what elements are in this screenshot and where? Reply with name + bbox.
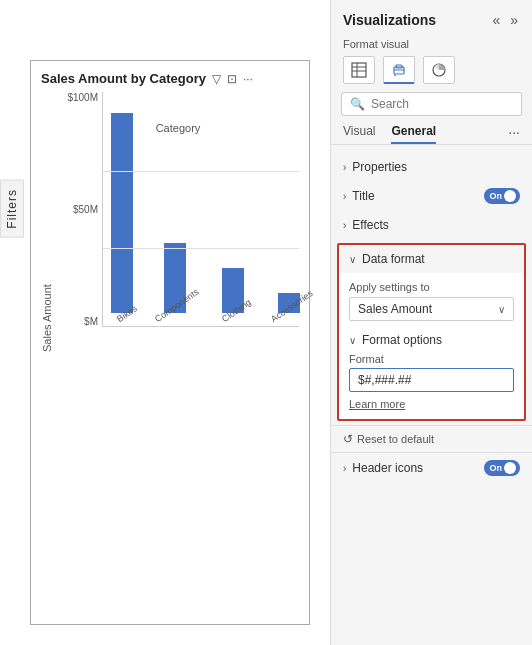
reset-label: Reset to default xyxy=(357,433,434,445)
title-toggle-label: On xyxy=(490,191,503,201)
panel-header: Visualizations « » xyxy=(331,0,532,36)
format-paint-icon[interactable] xyxy=(383,56,415,84)
grid-line-top xyxy=(103,171,299,172)
bar-bikes xyxy=(111,113,133,313)
section-effects-label: Effects xyxy=(352,218,388,232)
title-toggle-circle xyxy=(504,190,516,202)
grid-line-mid xyxy=(103,248,299,249)
filter-icon[interactable]: ▽ xyxy=(212,72,221,86)
right-panel: Visualizations « » Format visual xyxy=(330,0,532,645)
tab-more-button[interactable]: ··· xyxy=(508,124,520,144)
chevron-format-options-icon: ∨ xyxy=(349,335,356,346)
y-axis-label: Sales Amount xyxy=(41,92,53,352)
panel-content: › Properties › Title On › Effects ∨ Data… xyxy=(331,149,532,645)
reset-icon: ↺ xyxy=(343,432,353,446)
data-format-label: Data format xyxy=(362,252,425,266)
y-tick-100m: $100M xyxy=(57,92,102,103)
reset-to-default-row[interactable]: ↺ Reset to default xyxy=(331,425,532,452)
tab-general[interactable]: General xyxy=(391,124,436,144)
format-tabs-row xyxy=(331,56,532,92)
format-table-icon[interactable] xyxy=(343,56,375,84)
chart-container: Sales Amount by Category ▽ ⊡ ··· Sales A… xyxy=(30,60,310,625)
filters-tab[interactable]: Filters xyxy=(0,180,24,238)
section-properties-label: Properties xyxy=(352,160,407,174)
section-properties[interactable]: › Properties xyxy=(331,153,532,181)
chevron-effects-icon: › xyxy=(343,220,346,231)
search-box: 🔍 xyxy=(341,92,522,116)
data-format-body: Apply settings to Sales Amount ∨ ∨ Forma… xyxy=(339,273,524,419)
chart-area: Sales Amount $100M $50M $M Bikes xyxy=(41,92,299,352)
expand-panel-button[interactable]: » xyxy=(508,10,520,30)
format-visual-label: Format visual xyxy=(331,36,532,56)
dropdown-arrow-icon: ∨ xyxy=(498,304,505,315)
chart-title: Sales Amount by Category xyxy=(41,71,206,86)
search-icon: 🔍 xyxy=(350,97,365,111)
svg-rect-0 xyxy=(352,63,366,77)
section-header-icons[interactable]: › Header icons On xyxy=(331,452,532,483)
bars-area: Bikes Components Clothing Accessories xyxy=(102,92,299,327)
dropdown-selected-value: Sales Amount xyxy=(358,302,498,316)
chart-panel: Filters Sales Amount by Category ▽ ⊡ ···… xyxy=(0,0,330,645)
chart-inner: $100M $50M $M Bikes Components xyxy=(57,92,299,352)
chevron-title-icon: › xyxy=(343,191,346,202)
format-label: Format xyxy=(349,353,514,365)
apply-settings-label: Apply settings to xyxy=(349,281,514,293)
chevron-header-icons-icon: › xyxy=(343,463,346,474)
panel-header-icons: « » xyxy=(490,10,520,30)
apply-settings-dropdown[interactable]: Sales Amount ∨ xyxy=(349,297,514,321)
format-options-label: Format options xyxy=(362,333,442,347)
chart-title-row: Sales Amount by Category ▽ ⊡ ··· xyxy=(41,71,299,86)
more-options-icon[interactable]: ··· xyxy=(243,72,253,86)
data-format-section: ∨ Data format Apply settings to Sales Am… xyxy=(337,243,526,421)
section-title-label: Title xyxy=(352,189,374,203)
search-input[interactable] xyxy=(371,97,513,111)
panel-title: Visualizations xyxy=(343,12,436,28)
header-icons-toggle[interactable]: On xyxy=(484,460,521,476)
y-tick-50m: $50M xyxy=(57,204,102,215)
format-input[interactable] xyxy=(349,368,514,392)
y-axis-ticks: $100M $50M $M xyxy=(57,92,102,327)
header-icons-toggle-circle xyxy=(504,462,516,474)
nav-tabs: Visual General ··· xyxy=(331,124,532,145)
bar-group-bikes: Bikes xyxy=(107,113,137,326)
y-tick-0m: $M xyxy=(57,316,102,327)
format-options-header[interactable]: ∨ Format options xyxy=(349,329,514,353)
expand-icon[interactable]: ⊡ xyxy=(227,72,237,86)
tab-visual[interactable]: Visual xyxy=(343,124,375,144)
header-icons-toggle-label: On xyxy=(490,463,503,473)
learn-more-link[interactable]: Learn more xyxy=(349,398,405,410)
header-icons-label: Header icons xyxy=(352,461,423,475)
title-toggle[interactable]: On xyxy=(484,188,521,204)
section-title[interactable]: › Title On xyxy=(331,181,532,211)
collapse-panel-button[interactable]: « xyxy=(490,10,502,30)
data-format-header[interactable]: ∨ Data format xyxy=(339,245,524,273)
section-effects[interactable]: › Effects xyxy=(331,211,532,239)
format-analytics-icon[interactable] xyxy=(423,56,455,84)
chevron-data-format-icon: ∨ xyxy=(349,254,356,265)
bar-group-clothing: Clothing xyxy=(212,268,253,326)
chevron-properties-icon: › xyxy=(343,162,346,173)
bar-group-components: Components xyxy=(145,243,204,326)
bar-group-accessories: Accessories xyxy=(261,293,318,326)
